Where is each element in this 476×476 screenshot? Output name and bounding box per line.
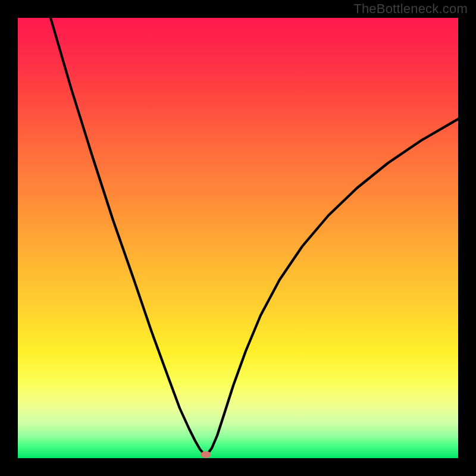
optimal-point-marker xyxy=(201,452,211,458)
watermark-text: TheBottleneck.com xyxy=(353,1,468,17)
plot-area xyxy=(18,18,458,458)
curve-svg xyxy=(18,18,458,458)
chart-frame: TheBottleneck.com xyxy=(0,0,476,476)
bottleneck-curve xyxy=(51,18,458,455)
